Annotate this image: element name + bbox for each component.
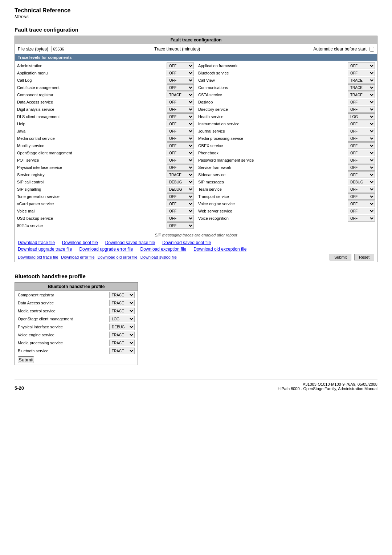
bt-component-select[interactable]: OFFLOGTRACEDEBUG bbox=[109, 348, 135, 354]
component-select[interactable]: OFFLOGTRACEDEBUG bbox=[348, 193, 375, 200]
file-size-row: File size (bytes) Trace timeout (minutes… bbox=[15, 44, 377, 54]
component-name: Sidecar service bbox=[198, 173, 225, 177]
bt-profile-header: Bluetooth handsfree profile bbox=[15, 283, 138, 291]
dl_saved_boot-link[interactable]: Download saved boot file bbox=[162, 240, 211, 245]
component-select[interactable]: OFFLOGTRACEDEBUG bbox=[167, 150, 194, 156]
component-select[interactable]: OFFLOGTRACEDEBUG bbox=[167, 106, 194, 113]
component-name: SIP call control bbox=[17, 180, 44, 184]
component-select[interactable]: OFFLOGTRACEDEBUG bbox=[167, 186, 194, 193]
dl_error-link[interactable]: Download error file bbox=[61, 255, 94, 259]
component-name: Voice engine service bbox=[198, 202, 235, 206]
component-select[interactable]: OFFLOGTRACEDEBUG bbox=[167, 92, 194, 98]
dl_old_error-link[interactable]: Download old error file bbox=[98, 255, 138, 259]
component-select[interactable]: OFFLOGTRACEDEBUG bbox=[167, 99, 194, 105]
submit-button[interactable]: Submit bbox=[330, 254, 351, 260]
file-size-label: File size (bytes) bbox=[18, 46, 48, 52]
component-name: Application framework bbox=[198, 64, 237, 68]
component-select[interactable]: OFFLOGTRACEDEBUG bbox=[348, 142, 375, 149]
component-name: SIP messages bbox=[198, 180, 224, 184]
bt-component-select[interactable]: OFFLOGTRACEDEBUG bbox=[109, 316, 135, 322]
component-select[interactable]: OFFLOGTRACEDEBUG bbox=[348, 92, 375, 98]
trace-item: Physical interface service OFFLOGTRACEDE… bbox=[16, 164, 195, 171]
bt-component-select[interactable]: OFFLOGTRACEDEBUG bbox=[109, 324, 135, 330]
component-select[interactable]: OFFLOGTRACEDEBUG bbox=[167, 193, 194, 200]
component-select[interactable]: OFFLOGTRACEDEBUG bbox=[348, 128, 375, 134]
component-select[interactable]: OFFLOGTRACEDEBUG bbox=[348, 200, 375, 207]
bt-component-name: Bluetooth service bbox=[18, 349, 48, 353]
component-select[interactable]: OFFLOGTRACEDEBUG bbox=[348, 77, 375, 84]
auto-clear-checkbox[interactable] bbox=[369, 47, 374, 52]
component-select[interactable]: OFFLOGTRACEDEBUG bbox=[167, 179, 194, 185]
component-select[interactable]: OFFLOGTRACEDEBUG bbox=[348, 70, 375, 76]
trace-item: OpenStage client management OFFLOGTRACED… bbox=[16, 149, 195, 157]
component-name: Digit analysis service bbox=[17, 107, 54, 112]
dl_old_trace-link[interactable]: Download old trace file bbox=[18, 255, 58, 259]
trace-item: Web server service OFFLOGTRACEDEBUG bbox=[197, 207, 376, 215]
component-select[interactable]: OFFLOGTRACEDEBUG bbox=[167, 215, 194, 222]
component-select[interactable]: OFFLOGTRACEDEBUG bbox=[348, 135, 375, 142]
component-select[interactable]: OFFLOGTRACEDEBUG bbox=[167, 84, 194, 91]
component-select[interactable]: OFFLOGTRACEDEBUG bbox=[348, 84, 375, 91]
component-name: Service registry bbox=[17, 173, 45, 177]
component-name: Directory service bbox=[198, 107, 228, 112]
trace-item: Application menu OFFLOGTRACEDEBUG bbox=[16, 69, 195, 77]
trace-levels-header: Trace levels for components bbox=[15, 54, 377, 61]
component-name: Media control service bbox=[17, 136, 55, 141]
component-select[interactable]: OFFLOGTRACEDEBUG bbox=[167, 164, 194, 171]
component-select[interactable]: OFFLOGTRACEDEBUG bbox=[348, 171, 375, 178]
component-select[interactable]: OFFLOGTRACEDEBUG bbox=[348, 106, 375, 113]
reset-button[interactable]: Reset bbox=[354, 254, 374, 260]
bt-component-select[interactable]: OFFLOGTRACEDEBUG bbox=[109, 332, 135, 338]
file-size-input[interactable] bbox=[51, 46, 80, 52]
dl_exception-link[interactable]: Download exception file bbox=[140, 247, 187, 252]
component-name: OBEX service bbox=[198, 143, 223, 148]
component-select[interactable]: OFFLOGTRACEDEBUG bbox=[167, 70, 194, 76]
component-select[interactable]: OFFLOGTRACEDEBUG bbox=[167, 222, 194, 229]
component-select[interactable]: OFFLOGTRACEDEBUG bbox=[348, 121, 375, 127]
component-select[interactable]: OFFLOGTRACEDEBUG bbox=[167, 128, 194, 134]
dl_trace-link[interactable]: Download trace file bbox=[18, 240, 55, 245]
component-select[interactable]: OFFLOGTRACEDEBUG bbox=[167, 135, 194, 142]
component-name: SIP signalling bbox=[17, 187, 41, 191]
component-select[interactable]: OFFLOGTRACEDEBUG bbox=[167, 200, 194, 207]
bt-submit-button[interactable]: Submit bbox=[18, 356, 34, 363]
bt-component-select[interactable]: OFFLOGTRACEDEBUG bbox=[109, 300, 135, 306]
component-select[interactable]: OFFLOGTRACEDEBUG bbox=[167, 113, 194, 120]
component-select[interactable]: OFFLOGTRACEDEBUG bbox=[348, 99, 375, 105]
dl_saved_trace-link[interactable]: Download saved trace file bbox=[105, 240, 155, 245]
trace-col-left: Administration OFFLOGTRACEDEBUG Applicat… bbox=[15, 62, 196, 229]
dl_boot-link[interactable]: Download boot file bbox=[62, 240, 98, 245]
component-select[interactable]: OFFLOGTRACEDEBUG bbox=[348, 186, 375, 193]
component-select[interactable]: OFFLOGTRACEDEBUG bbox=[348, 150, 375, 156]
download-row-2: Download upgrade trace fileDownload upgr… bbox=[15, 246, 377, 252]
component-select[interactable]: OFFLOGTRACEDEBUG bbox=[348, 157, 375, 163]
component-select[interactable]: OFFLOGTRACEDEBUG bbox=[348, 62, 375, 69]
component-select[interactable]: OFFLOGTRACEDEBUG bbox=[167, 77, 194, 84]
dl_old_exception-link[interactable]: Download old exception file bbox=[193, 247, 246, 252]
dl_syslog-link[interactable]: Download syslog file bbox=[140, 255, 177, 259]
component-select[interactable]: OFFLOGTRACEDEBUG bbox=[348, 208, 375, 214]
component-select[interactable]: OFFLOGTRACEDEBUG bbox=[348, 164, 375, 171]
component-select[interactable]: OFFLOGTRACEDEBUG bbox=[348, 179, 375, 185]
bt-component-select[interactable]: OFFLOGTRACEDEBUG bbox=[109, 308, 135, 314]
trace-item: Help OFFLOGTRACEDEBUG bbox=[16, 120, 195, 127]
trace-item: Call View OFFLOGTRACEDEBUG bbox=[197, 77, 376, 84]
component-select[interactable]: OFFLOGTRACEDEBUG bbox=[348, 215, 375, 222]
component-select[interactable]: OFFLOGTRACEDEBUG bbox=[167, 171, 194, 178]
component-select[interactable]: OFFLOGTRACEDEBUG bbox=[167, 142, 194, 149]
component-select[interactable]: OFFLOGTRACEDEBUG bbox=[167, 62, 194, 69]
component-select[interactable]: OFFLOGTRACEDEBUG bbox=[167, 208, 194, 214]
bt-component-select[interactable]: OFFLOGTRACEDEBUG bbox=[109, 292, 135, 298]
dl_upgrade_trace-link[interactable]: Download upgrade trace file bbox=[18, 247, 72, 252]
trace-timeout-input[interactable] bbox=[203, 46, 239, 52]
component-name: DLS client management bbox=[17, 114, 60, 119]
bt-trace-item: Voice engine service OFFLOGTRACEDEBUG bbox=[15, 331, 138, 339]
component-select[interactable]: OFFLOGTRACEDEBUG bbox=[167, 121, 194, 127]
dl_upgrade_error-link[interactable]: Download upgrade error file bbox=[79, 247, 133, 252]
component-name: Team service bbox=[198, 187, 222, 191]
bt-component-select[interactable]: OFFLOGTRACEDEBUG bbox=[109, 340, 135, 346]
component-select[interactable]: OFFLOGTRACEDEBUG bbox=[348, 113, 375, 120]
trace-item: Media processing service OFFLOGTRACEDEBU… bbox=[197, 135, 376, 142]
component-select[interactable]: OFFLOGTRACEDEBUG bbox=[167, 157, 194, 163]
component-name: 802.1x service bbox=[17, 223, 43, 228]
